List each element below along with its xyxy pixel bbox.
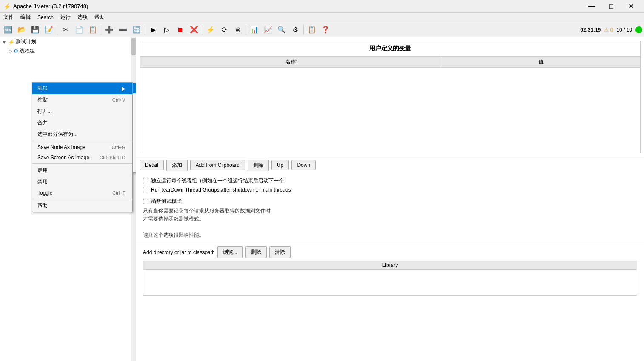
menu-run[interactable]: 运行 xyxy=(57,13,74,22)
open-button[interactable]: 📂 xyxy=(15,24,28,36)
ctx-save-node[interactable]: Save Node As Image Ctrl+G xyxy=(32,142,132,152)
clear-button[interactable]: 🔄 xyxy=(130,24,143,36)
ctx-save-screen-label: Save Screen As Image xyxy=(37,155,89,160)
ctx-merge[interactable]: 合并 xyxy=(32,117,132,129)
minimize-button[interactable]: — xyxy=(582,0,601,13)
user-var-table-body xyxy=(140,68,640,153)
new-button[interactable]: 🆕 xyxy=(2,24,14,36)
start-remote-button[interactable]: ⚡ xyxy=(204,24,217,36)
ctx-paste[interactable]: 粘贴 Ctrl+V xyxy=(32,94,132,106)
submenu-add-listener[interactable]: 监听器 ▶ xyxy=(133,161,136,172)
run-remote-button[interactable]: ▷ xyxy=(160,24,173,36)
checkbox-independent[interactable] xyxy=(143,178,148,183)
checkbox-teardown[interactable] xyxy=(143,187,148,192)
run-button[interactable]: ▶ xyxy=(147,24,160,36)
checkbox-func[interactable] xyxy=(143,199,148,204)
save-button[interactable]: 💾 xyxy=(29,24,42,36)
ctx-save-selected-label: 选中部分保存为... xyxy=(37,131,77,138)
shutdown-button[interactable]: ❌ xyxy=(188,24,200,36)
ctx-paste-shortcut: Ctrl+V xyxy=(112,97,125,103)
report2-button[interactable]: 📈 xyxy=(262,24,274,36)
add-clipboard-button[interactable]: Add from Clipboard xyxy=(190,160,245,170)
down-button[interactable]: Down xyxy=(291,160,316,170)
help-button[interactable]: ❓ xyxy=(319,24,332,36)
remove-button[interactable]: ➖ xyxy=(117,24,129,36)
func-desc: 只有当你需要记录每个请求从服务器取得的数据到文件时 才需要选择函数测试模式。 选… xyxy=(143,207,637,240)
submenu-add-pre[interactable]: 前置处理器 ▶ xyxy=(133,126,136,138)
paste-button[interactable]: 📋 xyxy=(86,24,99,36)
ctx-sep3 xyxy=(32,199,132,199)
save-as-button[interactable]: 📝 xyxy=(43,24,55,36)
tree-panel: ▼ ⚡ 测试计划 ▷ ⚙ 线程组 添加 ▶ Threads (Users) xyxy=(0,37,136,361)
ctx-add-arrow: ▶ xyxy=(122,86,125,92)
ctx-open[interactable]: 打开... xyxy=(32,106,132,117)
action-row: Detail 添加 Add from Clipboard 删除 Up Down xyxy=(136,157,644,174)
time-display: 02:31:19 xyxy=(580,27,601,33)
content-panel: 用户定义的变量 名称: 值 Detail 添加 Add from Clipboa… xyxy=(136,37,644,361)
main-layout: ▼ ⚡ 测试计划 ▷ ⚙ 线程组 添加 ▶ Threads (Users) xyxy=(0,37,644,361)
check-row-2: Run tearDown Thread Groups after shutdow… xyxy=(143,187,637,193)
submenu-add-fragment[interactable]: Test Fragment ▶ xyxy=(133,93,136,103)
user-var-label: 用户定义的变量 xyxy=(140,41,640,56)
col-value-header: 值 xyxy=(442,57,640,68)
func-desc-3: 选择这个选项很影响性能。 xyxy=(143,231,637,239)
ctx-save-screen[interactable]: Save Screen As Image Ctrl+Shift+G xyxy=(32,152,132,163)
close-button[interactable]: ✕ xyxy=(621,0,641,13)
submenu-add-timer[interactable]: 定时器 ▶ xyxy=(133,115,136,126)
app-icon: ⚡ xyxy=(3,3,11,10)
ctx-sep2 xyxy=(32,163,132,164)
ctx-help[interactable]: 帮助 xyxy=(32,200,132,212)
classpath-section: Add directory or jar to classpath 浏览... … xyxy=(136,243,644,299)
clear-classpath-button[interactable]: 清除 xyxy=(269,246,291,258)
delete-var-button[interactable]: 删除 xyxy=(248,160,269,171)
submenu-add-threads[interactable]: Threads (Users) ▶ setUp Thread Group tea… xyxy=(133,83,136,93)
sep4 xyxy=(202,25,202,35)
ctx-save-selected[interactable]: 选中部分保存为... xyxy=(32,129,132,140)
ctx-sep1 xyxy=(32,141,132,141)
ctx-add[interactable]: 添加 ▶ Threads (Users) ▶ setUp Thread Grou… xyxy=(32,83,132,94)
menu-options[interactable]: 选项 xyxy=(74,13,91,22)
thread-ratio: 10 / 10 xyxy=(616,27,632,33)
settings-button[interactable]: ⚙ xyxy=(289,24,302,36)
add-var-button[interactable]: 添加 xyxy=(166,160,188,171)
browse-button[interactable]: 浏览... xyxy=(217,246,243,258)
add-button[interactable]: ➕ xyxy=(103,24,116,36)
report3-button[interactable]: 🔍 xyxy=(275,24,288,36)
stop-all-button[interactable]: ⊗ xyxy=(231,24,244,36)
stop-button[interactable]: ⏹ xyxy=(174,24,187,36)
menu-help[interactable]: 帮助 xyxy=(91,13,108,22)
ctx-merge-label: 合并 xyxy=(37,119,48,126)
ctx-disable[interactable]: 禁用 xyxy=(32,176,132,188)
status-indicator xyxy=(635,26,642,33)
report1-button[interactable]: 📊 xyxy=(248,24,261,36)
ctx-toggle[interactable]: Toggle Ctrl+T xyxy=(32,188,132,198)
menu-edit[interactable]: 编辑 xyxy=(17,13,34,22)
up-button[interactable]: Up xyxy=(271,160,289,170)
list-button[interactable]: 📋 xyxy=(305,24,318,36)
detail-button[interactable]: Detail xyxy=(140,160,164,170)
delete-classpath-button[interactable]: 删除 xyxy=(245,246,267,258)
library-body xyxy=(143,270,637,295)
func-desc-1: 只有当你需要记录每个请求从服务器取得的数据到文件时 xyxy=(143,207,637,215)
context-menu: 添加 ▶ Threads (Users) ▶ setUp Thread Grou… xyxy=(32,82,133,212)
cut-button[interactable]: ✂ xyxy=(59,24,72,36)
user-var-table-area: 用户定义的变量 名称: 值 xyxy=(140,41,641,153)
ctx-save-node-shortcut: Ctrl+G xyxy=(112,145,125,150)
menu-file[interactable]: 文件 xyxy=(0,13,17,22)
sep2 xyxy=(101,25,101,35)
ctx-enable[interactable]: 启用 xyxy=(32,165,132,176)
classpath-label: Add directory or jar to classpath xyxy=(143,249,215,255)
context-menu-overlay: 添加 ▶ Threads (Users) ▶ setUp Thread Grou… xyxy=(0,37,136,361)
window-controls: — □ ✕ xyxy=(582,0,641,13)
menu-search[interactable]: Search xyxy=(34,13,57,22)
stop-remote-button[interactable]: ⟳ xyxy=(218,24,231,36)
copy-button[interactable]: 📄 xyxy=(73,24,85,36)
maximize-button[interactable]: □ xyxy=(601,0,621,13)
submenu-add-assert[interactable]: 断言 ▶ xyxy=(133,149,136,161)
checkbox-teardown-label: Run tearDown Thread Groups after shutdow… xyxy=(151,187,291,193)
checkbox-func-label: 函数测试模式 xyxy=(151,198,182,205)
ctx-save-node-label: Save Node As Image xyxy=(37,144,85,150)
submenu-add-post[interactable]: 后置处理器 ▶ xyxy=(133,138,136,149)
submenu-add-config[interactable]: 配置元件 ▶ xyxy=(133,103,136,115)
ctx-add-label: 添加 xyxy=(37,85,48,92)
